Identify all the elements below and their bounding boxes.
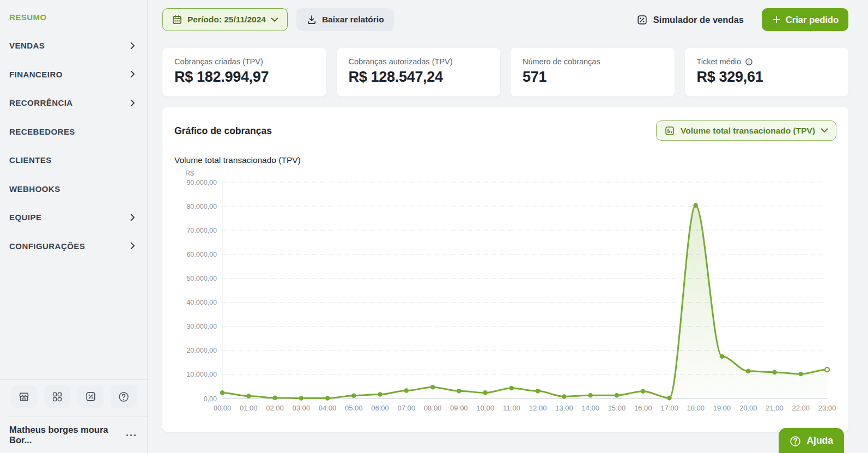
stat-value: R$ 128.547,24 [349,69,489,86]
sidebar-item-webhooks[interactable]: WEBHOOKS [0,174,147,203]
stat-card: Cobranças criadas (TPV)R$ 182.994,97 [162,48,326,96]
period-selector-button[interactable]: Período: 25/11/2024 [162,8,288,31]
svg-text:23:00: 23:00 [818,404,836,412]
svg-text:17:00: 17:00 [660,404,678,412]
sidebar-item-resumo[interactable]: RESUMO [0,3,147,32]
chevron-right-icon [130,70,135,78]
apps-grid-icon [51,391,63,403]
sidebar-item-label: CLIENTES [9,155,52,165]
tpv-chart-svg: R$ 0,0010.000,0020.000,0030.000,0040.000… [174,167,836,418]
download-icon [306,14,317,25]
sidebar-footer-icons [0,385,147,408]
user-row: Matheus borges moura Bor... [0,417,147,445]
svg-text:08:00: 08:00 [424,404,442,412]
plus-icon [772,15,781,25]
svg-text:20.000,00: 20.000,00 [186,347,217,354]
stat-label: Ticket médio [697,57,837,66]
main-content: Período: 25/11/2024 Baixar relatório Sim… [148,0,868,453]
sidebar-item-vendas[interactable]: VENDAS [0,32,147,61]
chevron-down-icon [821,128,828,133]
svg-text:20:00: 20:00 [739,404,757,412]
stat-value: R$ 329,61 [697,69,837,86]
storefront-icon [18,391,30,403]
y-axis-labels: 0,0010.000,0020.000,0030.000,0040.000,00… [186,179,217,403]
svg-text:16:00: 16:00 [634,404,652,412]
sales-simulator-link[interactable]: Simulador de vendas [636,14,744,26]
ellipsis-icon[interactable] [126,434,136,437]
sidebar-nav: RESUMOVENDASFINANCEIRORECORRÊNCIARECEBED… [0,0,147,261]
stat-card: Número de cobranças571 [511,48,675,96]
svg-text:07:00: 07:00 [398,404,416,412]
svg-text:06:00: 06:00 [371,404,389,412]
footer-help-button[interactable] [111,385,137,408]
footer-apps-grid-button[interactable] [44,385,70,408]
svg-text:04:00: 04:00 [319,404,337,412]
footer-sales-simulator-button[interactable] [77,385,104,408]
svg-text:01:00: 01:00 [240,404,258,412]
chart-subtitle: Volume total transacionado (TPV) [174,155,836,165]
chart-title: Gráfico de cobranças [174,125,272,137]
sidebar-item-clientes[interactable]: CLIENTES [0,146,147,175]
sidebar-item-recebedores[interactable]: RECEBEDORES [0,117,147,146]
svg-text:90.000,00: 90.000,00 [186,179,217,186]
svg-text:60.000,00: 60.000,00 [186,251,217,258]
topbar: Período: 25/11/2024 Baixar relatório Sim… [162,8,848,31]
svg-text:13:00: 13:00 [555,404,573,412]
sidebar-footer: Matheus borges moura Bor... [0,379,147,453]
sidebar-item-label: RECEBEDORES [9,127,75,136]
tpv-area-fill [222,206,827,398]
stat-value: 571 [523,69,663,86]
help-button-label: Ajuda [806,435,833,446]
svg-text:14:00: 14:00 [581,404,599,412]
stat-label: Número de cobranças [523,57,663,66]
svg-text:50.000,00: 50.000,00 [186,275,217,282]
bar-chart-icon [664,125,675,136]
sales-simulator-icon [85,391,96,402]
sidebar-item-label: FINANCEIRO [9,70,63,79]
svg-text:30.000,00: 30.000,00 [186,323,217,330]
sidebar-item-label: EQUIPE [9,213,41,222]
chevron-right-icon [130,42,135,50]
svg-text:10.000,00: 10.000,00 [186,371,217,378]
period-label: Período: 25/11/2024 [187,15,266,25]
sidebar-item-recorrencia[interactable]: RECORRÊNCIA [0,89,147,118]
stat-value: R$ 182.994,97 [174,69,314,86]
svg-text:02:00: 02:00 [266,404,284,412]
svg-text:19:00: 19:00 [713,404,731,412]
svg-text:21:00: 21:00 [766,404,784,412]
sidebar-item-equipe[interactable]: EQUIPE [0,203,147,232]
create-order-label: Criar pedido [786,15,839,25]
create-order-button[interactable]: Criar pedido [762,8,848,31]
metric-selector-dropdown[interactable]: Volume total transacionado (TPV) [656,120,836,141]
help-icon [789,435,802,448]
sidebar: RESUMOVENDASFINANCEIRORECORRÊNCIARECEBED… [0,0,148,453]
stat-card: Ticket médioR$ 329,61 [685,48,849,96]
stat-card: Cobranças autorizadas (TPV)R$ 128.547,24 [337,48,501,96]
y-axis-unit-label: R$ [185,170,194,177]
svg-text:09:00: 09:00 [450,404,468,412]
stats-row: Cobranças criadas (TPV)R$ 182.994,97Cobr… [162,48,848,96]
help-button[interactable]: Ajuda [779,428,844,453]
svg-text:12:00: 12:00 [529,404,547,412]
sales-simulator-icon [636,14,648,26]
footer-storefront-button[interactable] [11,385,37,408]
svg-text:00:00: 00:00 [214,404,232,412]
svg-text:03:00: 03:00 [293,404,311,412]
metric-selector-label: Volume total transacionado (TPV) [681,126,815,136]
chevron-down-icon [271,17,278,22]
sidebar-item-financeiro[interactable]: FINANCEIRO [0,60,147,89]
sidebar-item-label: RESUMO [9,13,47,22]
user-name[interactable]: Matheus borges moura Bor... [9,425,126,445]
sidebar-item-label: VENDAS [9,41,45,50]
svg-text:05:00: 05:00 [345,404,363,412]
svg-text:11:00: 11:00 [503,404,520,412]
simulator-label: Simulador de vendas [653,15,744,25]
sidebar-item-configuracoes[interactable]: CONFIGURAÇÕES [0,232,147,261]
chevron-right-icon [130,214,135,221]
svg-text:15:00: 15:00 [608,404,626,412]
info-icon[interactable] [745,58,753,66]
stat-label: Cobranças criadas (TPV) [174,57,314,66]
download-report-button[interactable]: Baixar relatório [296,8,394,31]
svg-text:70.000,00: 70.000,00 [186,227,217,234]
calendar-icon [172,14,183,25]
